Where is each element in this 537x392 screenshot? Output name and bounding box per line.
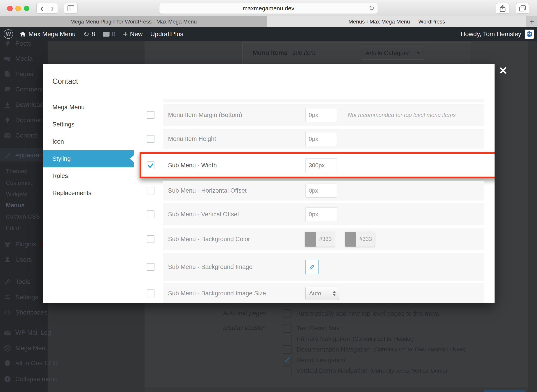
sidebar-item-downloads[interactable]: Downloads (0, 98, 47, 111)
download-icon (4, 101, 11, 108)
back-button[interactable]: ‹ (36, 3, 47, 14)
menu-item-height-checkbox[interactable] (147, 135, 154, 143)
vertical-demo-navigation-checkbox[interactable] (283, 366, 292, 375)
admin-bar-comments[interactable]: 0 (103, 30, 115, 38)
minimize-window-button[interactable] (15, 6, 21, 11)
sidebar-item-media[interactable]: Media (0, 52, 33, 65)
sidebar-label: Custom CSS (6, 213, 40, 220)
horizontal-offset-checkbox[interactable] (147, 187, 154, 194)
sidebar-item-mega-menu[interactable]: Mega Menu (0, 342, 49, 355)
admin-bar-site-name[interactable]: Max Mega Menu (19, 30, 76, 38)
sidebar-item-posts[interactable]: Posts (0, 41, 31, 50)
sidebar-item-contact[interactable]: Contact (0, 129, 37, 142)
sliders-icon (4, 294, 11, 301)
sidebar-item-all-in-one-seo[interactable]: All in One SEO (0, 357, 58, 369)
sidebar-label: Users (15, 256, 32, 263)
comments-icon (103, 32, 110, 37)
site-name-label: Max Mega Menu (28, 30, 76, 38)
reload-icon[interactable]: ↻ (369, 4, 374, 12)
sidebar-item-pages[interactable]: Pages (0, 68, 33, 80)
admin-bar-updates[interactable]: ↻ 8 (83, 30, 95, 38)
article-category-dropdown[interactable]: Article Category ▼ (361, 47, 424, 60)
new-tab-button[interactable]: + (526, 16, 537, 27)
sidebar-item-themes[interactable]: Themes (6, 167, 27, 176)
caret-down-icon: ▼ (416, 51, 420, 56)
sidebar-label: WP Mail Log (15, 329, 51, 336)
demo-navigation-checkbox[interactable] (283, 356, 292, 364)
sidebar-item-settings[interactable]: Settings (0, 291, 38, 303)
background-image-size-select[interactable]: Auto (305, 287, 339, 300)
background-image-checkbox[interactable] (147, 263, 154, 271)
tab-styling[interactable]: Styling (43, 150, 134, 167)
sidebar-item-shortcodes[interactable]: Shortcodes (0, 306, 47, 319)
updates-count: 8 (91, 30, 95, 38)
menu-item-height-input[interactable]: 0px (305, 132, 337, 146)
tab-roles[interactable]: Roles (43, 167, 134, 184)
sidebar-toggle-button[interactable] (64, 3, 78, 14)
primary-navigation-checkbox[interactable] (283, 335, 292, 343)
tab-menus-wordpress[interactable]: Menus ‹ Max Mega Menu — WordPress (267, 16, 526, 27)
sidebar-item-collapse-menu[interactable]: Collapse menu (0, 373, 58, 385)
wordpress-logo-icon[interactable]: W (4, 29, 13, 39)
tab-title: Menus ‹ Max Mega Menu — WordPress (348, 19, 445, 25)
forward-button[interactable]: › (47, 3, 58, 14)
menu-item-settings-modal: Contact Mega Menu Settings Icon Styling … (43, 64, 495, 303)
background-color-checkbox[interactable] (147, 235, 154, 243)
background-color-picker-1[interactable]: #333 (305, 232, 335, 247)
setting-row-background-color: Sub Menu - Background Color #333 #333 (163, 228, 484, 250)
test-demo-nav-checkbox[interactable] (283, 324, 292, 333)
sidebar-item-custom-css[interactable]: Custom CSS (6, 212, 40, 221)
sidebar-item-editor[interactable]: Editor (6, 224, 21, 233)
sidebar-item-appearance[interactable]: Appearance (0, 148, 49, 162)
home-icon (19, 31, 26, 37)
setting-label: Menu Item Height (168, 135, 216, 142)
background-color-picker-2[interactable]: #333 (345, 232, 375, 247)
sidebar-item-users[interactable]: Users (0, 253, 32, 266)
user-icon (4, 256, 11, 263)
display-location-option: Primary Navigation (Currently set to: He… (283, 334, 414, 344)
close-window-button[interactable] (7, 6, 13, 11)
auto-add-pages-row: Automatically add new top-level pages to… (283, 308, 441, 319)
background-image-size-checkbox[interactable] (147, 289, 154, 297)
documentation-navigation-checkbox[interactable] (283, 345, 292, 354)
cube-icon (4, 345, 11, 352)
admin-bar-account[interactable]: Howdy, Tom Hemsley (461, 30, 534, 39)
updates-icon: ↻ (83, 30, 89, 38)
sidebar-item-widgets[interactable]: Widgets (6, 190, 27, 199)
save-menu-button[interactable] (484, 390, 525, 392)
tab-mega-menu[interactable]: Mega Menu (43, 99, 134, 116)
auto-add-pages-checkbox[interactable] (283, 309, 292, 318)
share-button[interactable] (496, 3, 509, 14)
sidebar-label: Comments (15, 86, 46, 93)
address-bar[interactable]: maxmegamenu.dev ↻ (159, 3, 378, 14)
zoom-window-button[interactable] (24, 6, 29, 11)
vertical-offset-input[interactable]: 0px (305, 207, 337, 221)
sidebar-item-menus[interactable]: Menus (6, 201, 24, 210)
sidebar-item-documents[interactable]: Documents (0, 114, 47, 126)
sidebar-item-tools[interactable]: Tools (0, 275, 30, 288)
tab-title: Mega Menu Plugin for WordPress - Max Meg… (70, 19, 197, 25)
menu-item-margin-input[interactable]: 0px (305, 108, 337, 122)
modal-close-button[interactable]: × (496, 64, 510, 77)
tab-icon[interactable]: Icon (43, 133, 134, 150)
horizontal-offset-input[interactable]: 0px (305, 184, 337, 198)
menu-item-margin-checkbox[interactable] (147, 111, 154, 119)
back-icon: ‹ (40, 4, 43, 13)
tab-replacements[interactable]: Replacements (43, 184, 134, 202)
sidebar-item-comments[interactable]: Comments (0, 83, 46, 96)
sidebar-item-customize[interactable]: Customize (6, 178, 34, 187)
tab-label: Icon (52, 138, 64, 145)
admin-bar-new[interactable]: + New (123, 29, 143, 39)
sidebar-item-plugins[interactable]: Plugins (0, 238, 44, 251)
modal-header: Contact (43, 64, 495, 99)
tab-settings[interactable]: Settings (43, 116, 134, 133)
admin-bar-updraftplus[interactable]: UpdraftPlus (150, 30, 183, 38)
background-image-edit-button[interactable] (305, 260, 319, 274)
option-suffix: (Currently set to: Header) (353, 336, 414, 342)
vertical-offset-checkbox[interactable] (147, 210, 154, 218)
setting-label: Sub Menu - Background Image Size (168, 290, 266, 297)
sidebar-label: Menus (6, 202, 24, 209)
sidebar-item-wp-mail-log[interactable]: WP Mail Log (0, 326, 51, 339)
tab-overview-button[interactable] (516, 3, 529, 14)
tab-mega-menu-plugin[interactable]: Mega Menu Plugin for WordPress - Max Meg… (0, 16, 267, 27)
